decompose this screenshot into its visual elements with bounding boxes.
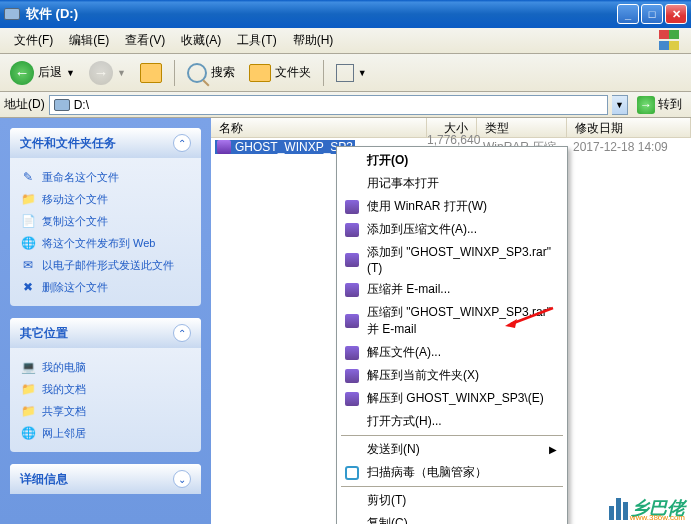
address-input[interactable]: D:\ — [49, 95, 608, 115]
ctx-emailto[interactable]: 压缩到 "GHOST_WINXP_SP3.rar" 并 E-mail — [339, 301, 565, 341]
place-shared[interactable]: 📁共享文档 — [20, 400, 191, 422]
go-icon: → — [637, 96, 655, 114]
col-type[interactable]: 类型 — [477, 118, 567, 137]
sidebar: 文件和文件夹任务 ⌃ ✎重命名这个文件 📁移动这个文件 📄复制这个文件 🌐将这个… — [0, 118, 211, 524]
collapse-icon: ⌃ — [173, 324, 191, 342]
task-delete[interactable]: ✖删除这个文件 — [20, 276, 191, 298]
task-email[interactable]: ✉以电子邮件形式发送此文件 — [20, 254, 191, 276]
details-panel: 详细信息 ⌄ — [10, 464, 201, 494]
titlebar: 软件 (D:) _ □ ✕ — [0, 0, 691, 28]
ctx-addto[interactable]: 添加到 "GHOST_WINXP_SP3.rar"(T) — [339, 241, 565, 278]
windows-flag-icon — [659, 30, 687, 52]
ctx-winrar[interactable]: 使用 WinRAR 打开(W) — [339, 195, 565, 218]
task-rename[interactable]: ✎重命名这个文件 — [20, 166, 191, 188]
menu-file[interactable]: 文件(F) — [6, 29, 61, 52]
search-label: 搜索 — [211, 64, 235, 81]
task-publish[interactable]: 🌐将这个文件发布到 Web — [20, 232, 191, 254]
file-date: 2017-12-18 14:09 — [567, 140, 691, 154]
tasks-header[interactable]: 文件和文件夹任务 ⌃ — [10, 128, 201, 158]
folders-label: 文件夹 — [275, 64, 311, 81]
ctx-copy[interactable]: 复制(C) — [339, 512, 565, 524]
go-label: 转到 — [658, 96, 682, 113]
separator — [174, 60, 175, 86]
task-copy[interactable]: 📄复制这个文件 — [20, 210, 191, 232]
addressbar: 地址(D) D:\ ▼ → 转到 — [0, 92, 691, 118]
ctx-addarchive[interactable]: 添加到压缩文件(A)... — [339, 218, 565, 241]
up-button[interactable] — [134, 60, 168, 86]
collapse-icon: ⌃ — [173, 134, 191, 152]
back-label: 后退 — [38, 64, 62, 81]
menu-edit[interactable]: 编辑(E) — [61, 29, 117, 52]
details-header[interactable]: 详细信息 ⌄ — [10, 464, 201, 494]
address-dropdown[interactable]: ▼ — [612, 95, 628, 115]
forward-arrow-icon: → — [89, 61, 113, 85]
rename-icon: ✎ — [20, 169, 36, 185]
menu-help[interactable]: 帮助(H) — [285, 29, 342, 52]
details-title: 详细信息 — [20, 471, 68, 488]
menu-view[interactable]: 查看(V) — [117, 29, 173, 52]
col-date[interactable]: 修改日期 — [567, 118, 691, 137]
ctx-extracthere[interactable]: 解压到当前文件夹(X) — [339, 364, 565, 387]
search-button[interactable]: 搜索 — [181, 60, 241, 86]
maximize-button[interactable]: □ — [641, 4, 663, 24]
menu-favorites[interactable]: 收藏(A) — [173, 29, 229, 52]
rar-icon — [345, 253, 359, 267]
rar-icon — [345, 283, 359, 297]
rar-icon — [345, 369, 359, 383]
watermark: 乡巴佬 www.386w.com — [609, 496, 685, 520]
documents-icon: 📁 — [20, 381, 36, 397]
ctx-sendto[interactable]: 发送到(N)▶ — [339, 438, 565, 461]
views-button[interactable]: ▼ — [330, 61, 373, 85]
shield-icon — [345, 466, 359, 480]
move-icon: 📁 — [20, 191, 36, 207]
ctx-extractto[interactable]: 解压到 GHOST_WINXP_SP3\(E) — [339, 387, 565, 410]
ctx-openwith[interactable]: 打开方式(H)... — [339, 410, 565, 433]
menubar: 文件(F) 编辑(E) 查看(V) 收藏(A) 工具(T) 帮助(H) — [0, 28, 691, 54]
ctx-cut[interactable]: 剪切(T) — [339, 489, 565, 512]
places-header[interactable]: 其它位置 ⌃ — [10, 318, 201, 348]
chevron-down-icon: ▼ — [66, 68, 75, 78]
rar-icon — [217, 140, 231, 154]
rar-icon — [345, 223, 359, 237]
folders-icon — [249, 64, 271, 82]
rar-icon — [345, 314, 359, 328]
col-name[interactable]: 名称 — [211, 118, 427, 137]
shared-icon: 📁 — [20, 403, 36, 419]
place-network[interactable]: 🌐网上邻居 — [20, 422, 191, 444]
separator — [341, 435, 563, 436]
rar-icon — [345, 392, 359, 406]
computer-icon: 💻 — [20, 359, 36, 375]
ctx-email[interactable]: 压缩并 E-mail... — [339, 278, 565, 301]
rar-icon — [345, 346, 359, 360]
task-move[interactable]: 📁移动这个文件 — [20, 188, 191, 210]
ctx-open[interactable]: 打开(O) — [339, 149, 565, 172]
place-computer[interactable]: 💻我的电脑 — [20, 356, 191, 378]
window-title: 软件 (D:) — [26, 5, 615, 23]
ctx-extract[interactable]: 解压文件(A)... — [339, 341, 565, 364]
email-icon: ✉ — [20, 257, 36, 273]
back-button[interactable]: ← 后退 ▼ — [4, 58, 81, 88]
minimize-button[interactable]: _ — [617, 4, 639, 24]
go-button[interactable]: → 转到 — [632, 94, 687, 116]
drive-icon — [54, 99, 70, 111]
forward-button: → ▼ — [83, 58, 132, 88]
close-button[interactable]: ✕ — [665, 4, 687, 24]
expand-icon: ⌄ — [173, 470, 191, 488]
menu-tools[interactable]: 工具(T) — [229, 29, 284, 52]
folders-button[interactable]: 文件夹 — [243, 61, 317, 85]
place-documents[interactable]: 📁我的文档 — [20, 378, 191, 400]
views-icon — [336, 64, 354, 82]
places-title: 其它位置 — [20, 325, 68, 342]
ctx-notepad[interactable]: 用记事本打开 — [339, 172, 565, 195]
web-icon: 🌐 — [20, 235, 36, 251]
search-icon — [187, 63, 207, 83]
tasks-title: 文件和文件夹任务 — [20, 135, 116, 152]
rar-icon — [345, 200, 359, 214]
back-arrow-icon: ← — [10, 61, 34, 85]
submenu-arrow-icon: ▶ — [549, 444, 557, 455]
delete-icon: ✖ — [20, 279, 36, 295]
ctx-scan[interactable]: 扫描病毒（电脑管家） — [339, 461, 565, 484]
drive-icon — [4, 8, 20, 20]
tasks-panel: 文件和文件夹任务 ⌃ ✎重命名这个文件 📁移动这个文件 📄复制这个文件 🌐将这个… — [10, 128, 201, 306]
chevron-down-icon: ▼ — [117, 68, 126, 78]
